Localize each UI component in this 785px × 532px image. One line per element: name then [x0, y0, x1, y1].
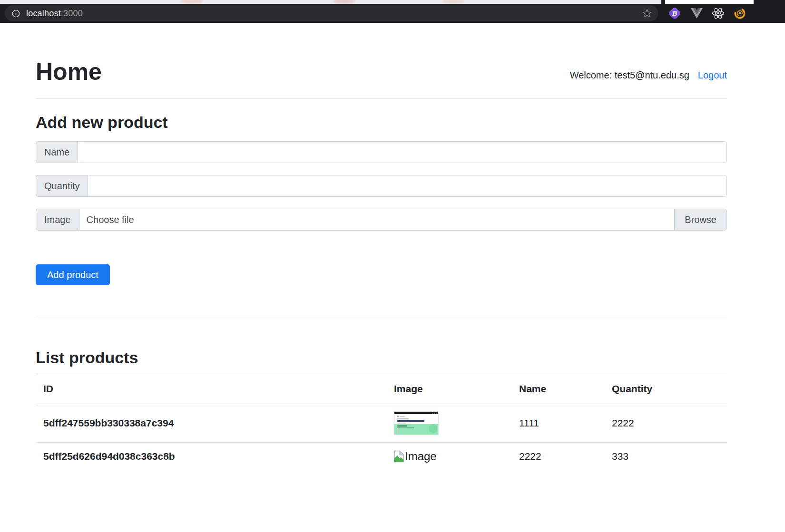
broken-image: Image [394, 450, 504, 463]
quantity-field-label: Quantity [36, 175, 88, 197]
products-table: ID Image Name Quantity 5dff247559bb33033… [36, 374, 727, 470]
file-input[interactable]: Choose file Browse [79, 209, 727, 231]
page-title: Home [36, 59, 102, 85]
col-header-image: Image [386, 374, 511, 404]
tab-strip-artifact [333, 0, 355, 4]
thumbnail-green-panel [394, 424, 438, 435]
image-field-label: Image [36, 209, 79, 231]
welcome-text: Welcome: test5@ntu.edu.sg [570, 70, 689, 80]
page-header: Home Welcome: test5@ntu.edu.sgLogout [36, 59, 727, 85]
product-id: 5dff25d626d94d038c363c8b [36, 443, 386, 471]
browser-tab-strip [0, 0, 785, 4]
tab-strip-artifact [442, 0, 464, 4]
tab-strip-artifact [181, 0, 203, 4]
name-field-label: Name [36, 141, 78, 163]
add-product-heading: Add new product [36, 113, 727, 132]
add-product-form: Name Quantity Image Choose file Browse A… [36, 141, 727, 285]
address-bar[interactable]: localhost:3000 [5, 5, 658, 21]
name-input[interactable] [78, 141, 727, 163]
bookmark-star-icon[interactable] [642, 8, 652, 19]
browser-toolbar: localhost:3000 B [0, 4, 785, 23]
col-header-id: ID [36, 374, 386, 404]
product-quantity: 2222 [604, 404, 727, 443]
image-input-group: Image Choose file Browse [36, 209, 727, 231]
tab-strip-corner [754, 0, 785, 4]
quantity-input-group: Quantity [36, 175, 727, 197]
divider [36, 316, 727, 316]
name-input-group: Name [36, 141, 727, 163]
tab-strip-artifact [661, 0, 665, 4]
divider [36, 98, 727, 99]
browse-button[interactable]: Browse [674, 209, 726, 230]
site-info-icon[interactable] [11, 9, 20, 18]
col-header-name: Name [511, 374, 604, 404]
logout-link[interactable]: Logout [698, 70, 727, 80]
col-header-quantity: Quantity [604, 374, 727, 404]
url-text: localhost:3000 [26, 9, 636, 19]
product-name: 2222 [511, 443, 604, 471]
quantity-input[interactable] [88, 175, 727, 197]
active-tab-fragment [665, 0, 754, 4]
vue-devtools-icon[interactable] [691, 8, 703, 19]
react-devtools-icon[interactable] [712, 8, 725, 19]
user-area: Welcome: test5@ntu.edu.sgLogout [570, 70, 727, 85]
file-input-placeholder: Choose file [79, 209, 675, 230]
product-name: 1111 [511, 404, 604, 443]
product-quantity: 333 [604, 443, 727, 471]
table-row: 5dff247559bb330338a7c394 [36, 404, 727, 443]
list-products-heading: List products [36, 348, 727, 367]
product-thumbnail [394, 411, 439, 435]
extension-icons: B [667, 6, 746, 20]
url-port: :3000 [61, 9, 83, 18]
broken-image-icon [394, 450, 404, 463]
broken-image-alt-text: Image [405, 450, 437, 463]
url-host: localhost [26, 9, 61, 18]
yellow-gauge-extension-icon[interactable] [734, 7, 746, 19]
table-row: 5dff25d626d94d038c363c8b Image 2222 3 [36, 443, 727, 471]
add-product-button[interactable]: Add product [36, 264, 110, 285]
page-body: Home Welcome: test5@ntu.edu.sgLogout Add… [0, 23, 785, 470]
bootstrap-extension-icon[interactable]: B [667, 6, 682, 20]
product-id: 5dff247559bb330338a7c394 [36, 404, 386, 443]
table-header-row: ID Image Name Quantity [36, 374, 727, 404]
